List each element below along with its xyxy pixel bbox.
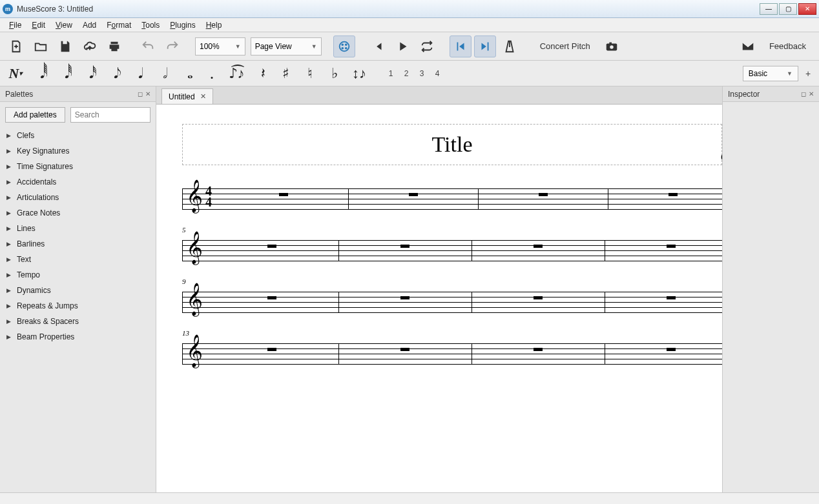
- palette-item[interactable]: ▶Articulations: [0, 190, 156, 205]
- play-button[interactable]: [391, 35, 413, 57]
- concert-pitch-button[interactable]: Concert Pitch: [532, 35, 598, 57]
- close-button[interactable]: ✕: [798, 3, 816, 15]
- rewind-button[interactable]: [367, 35, 389, 57]
- cloud-button[interactable]: [79, 35, 101, 57]
- note-input-mode-button[interactable]: N▾: [5, 63, 26, 84]
- undo-button[interactable]: [137, 35, 159, 57]
- whole-rest[interactable]: [400, 348, 410, 351]
- whole-rest[interactable]: [267, 245, 276, 248]
- whole-rest[interactable]: [279, 193, 288, 196]
- whole-rest[interactable]: [667, 245, 676, 248]
- barline[interactable]: [472, 343, 472, 365]
- barline[interactable]: [472, 240, 472, 261]
- palette-item[interactable]: ▶Breaks & Spacers: [0, 314, 156, 329]
- palette-item[interactable]: ▶Clefs: [0, 128, 156, 143]
- menu-edit[interactable]: Edit: [26, 18, 50, 32]
- print-button[interactable]: [103, 35, 125, 57]
- palette-item[interactable]: ▶Dynamics: [0, 283, 156, 298]
- whole-rest[interactable]: [400, 296, 410, 299]
- loop-out-button[interactable]: [474, 35, 496, 57]
- flip-button[interactable]: ↕♪: [349, 63, 369, 84]
- palette-item[interactable]: ▶Barlines: [0, 236, 156, 252]
- add-palettes-button[interactable]: Add palettes: [5, 107, 65, 123]
- duration-32nd-button[interactable]: 𝅘𝅥𝅱: [54, 63, 75, 84]
- menu-file[interactable]: File: [4, 18, 26, 32]
- whole-rest[interactable]: [400, 245, 410, 248]
- whole-rest[interactable]: [534, 348, 543, 351]
- natural-button[interactable]: ♮: [300, 63, 320, 84]
- staff-system[interactable]: 𝄞44: [182, 185, 722, 213]
- menu-add[interactable]: Add: [78, 18, 101, 32]
- barline[interactable]: [472, 292, 472, 313]
- palette-item[interactable]: ▶Key Signatures: [0, 143, 156, 159]
- maximize-button[interactable]: ▢: [779, 3, 797, 15]
- barline[interactable]: [605, 343, 605, 365]
- whole-rest[interactable]: [267, 296, 276, 299]
- palette-item[interactable]: ▶Text: [0, 252, 156, 267]
- workspace-add-button[interactable]: +: [802, 68, 814, 79]
- treble-clef-icon[interactable]: 𝄞: [186, 182, 203, 210]
- palette-item[interactable]: ▶Lines: [0, 221, 156, 236]
- barline[interactable]: [338, 343, 339, 365]
- palette-item[interactable]: ▶Grace Notes: [0, 205, 156, 221]
- palettes-close-icon[interactable]: ✕: [145, 90, 150, 97]
- menu-format[interactable]: Format: [101, 18, 136, 32]
- score-scroll[interactable]: Title Com 𝄞445𝄞9𝄞13𝄞: [156, 105, 722, 492]
- palette-color-button[interactable]: [333, 35, 355, 57]
- whole-rest[interactable]: [267, 348, 276, 351]
- loop-in-button[interactable]: [450, 35, 472, 57]
- inspector-close-icon[interactable]: ✕: [809, 90, 814, 97]
- voice-3-button[interactable]: 3: [416, 69, 428, 78]
- duration-whole-button[interactable]: 𝅝: [177, 63, 198, 84]
- duration-64th-button[interactable]: 𝅘𝅥𝅲: [30, 63, 50, 84]
- menu-tools[interactable]: Tools: [136, 18, 165, 32]
- barline[interactable]: [478, 188, 479, 210]
- duration-quarter-button[interactable]: 𝅘𝅥: [128, 63, 149, 84]
- minimize-button[interactable]: —: [760, 3, 778, 15]
- metronome-button[interactable]: [499, 35, 521, 57]
- treble-clef-icon[interactable]: 𝄞: [186, 285, 203, 314]
- palette-item[interactable]: ▶Tempo: [0, 267, 156, 283]
- menu-plugins[interactable]: Plugins: [165, 18, 200, 32]
- staff-system[interactable]: 5𝄞: [182, 236, 722, 265]
- barline[interactable]: [338, 292, 339, 313]
- duration-8th-button[interactable]: 𝅘𝅥𝅮: [103, 63, 124, 84]
- whole-rest[interactable]: [534, 245, 543, 248]
- barline[interactable]: [338, 240, 339, 261]
- view-mode-select[interactable]: Page View▼: [251, 37, 322, 55]
- barline[interactable]: [182, 292, 183, 313]
- staff[interactable]: 𝄞: [182, 236, 722, 265]
- palettes-undock-icon[interactable]: ◻: [138, 90, 143, 97]
- new-file-button[interactable]: [5, 35, 27, 57]
- treble-clef-icon[interactable]: 𝄞: [186, 337, 203, 365]
- barline[interactable]: [348, 188, 349, 210]
- staff-system[interactable]: 13𝄞: [182, 339, 722, 368]
- score-page[interactable]: Title Com 𝄞445𝄞9𝄞13𝄞: [156, 105, 722, 492]
- voice-1-button[interactable]: 1: [385, 69, 397, 78]
- camera-button[interactable]: [601, 35, 623, 57]
- treble-clef-icon[interactable]: 𝄞: [186, 234, 203, 262]
- palettes-search-input[interactable]: [70, 107, 150, 123]
- tab-close-icon[interactable]: ✕: [200, 92, 206, 101]
- tab-untitled[interactable]: Untitled ✕: [161, 88, 213, 104]
- staff[interactable]: 𝄞44: [182, 185, 722, 213]
- palette-item[interactable]: ▶Beam Properties: [0, 329, 156, 345]
- staff[interactable]: 𝄞: [182, 339, 722, 368]
- whole-rest[interactable]: [667, 296, 676, 299]
- duration-dot-button[interactable]: .: [202, 63, 222, 84]
- voice-2-button[interactable]: 2: [400, 69, 412, 78]
- feedback-icon[interactable]: [737, 35, 759, 57]
- whole-rest[interactable]: [534, 296, 543, 299]
- duration-16th-button[interactable]: 𝅘𝅥𝅰: [79, 63, 99, 84]
- save-button[interactable]: [54, 35, 76, 57]
- rest-button[interactable]: 𝄽: [251, 63, 271, 84]
- sharp-button[interactable]: ♯: [275, 63, 296, 84]
- flat-button[interactable]: ♭: [324, 63, 345, 84]
- barline[interactable]: [608, 188, 608, 210]
- score-composer[interactable]: Com: [721, 152, 722, 163]
- loop-button[interactable]: [416, 35, 438, 57]
- palette-item[interactable]: ▶Time Signatures: [0, 159, 156, 174]
- inspector-undock-icon[interactable]: ◻: [801, 90, 806, 97]
- redo-button[interactable]: [161, 35, 183, 57]
- barline[interactable]: [605, 240, 605, 261]
